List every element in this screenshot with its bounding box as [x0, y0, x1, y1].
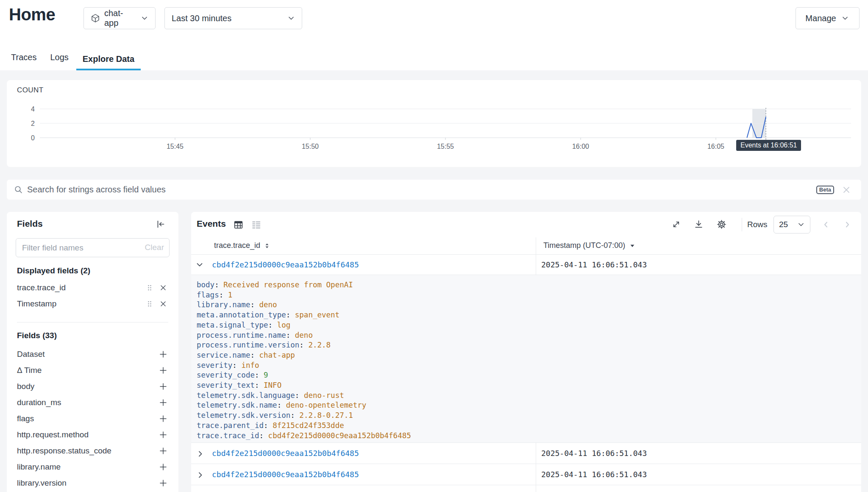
svg-text:4: 4	[31, 106, 35, 113]
add-field-icon[interactable]	[159, 463, 167, 471]
close-icon[interactable]	[842, 185, 851, 195]
detail-key: service.name	[197, 351, 250, 359]
add-field-icon[interactable]	[159, 350, 167, 359]
trace-id-link[interactable]: cbd4f2e215d0000c9eaa152b0b4f6485	[212, 449, 359, 458]
field-row: flags	[7, 411, 178, 427]
time-range-label: Last 30 minutes	[172, 14, 231, 23]
svg-text:2: 2	[31, 120, 35, 127]
detail-line: telemetry.sdk.name: deno-opentelemetry	[197, 400, 861, 411]
detail-key: process.runtime.version	[197, 341, 299, 349]
svg-text:15:45: 15:45	[167, 143, 184, 150]
chevron-down-icon	[841, 14, 849, 22]
trace-id-link[interactable]: cbd4f2e215d0000c9eaa152b0b4f6485	[212, 260, 359, 269]
detail-value: log	[277, 321, 291, 329]
detail-key: body	[197, 281, 214, 289]
detail-value: 9	[264, 371, 268, 379]
add-field-icon[interactable]	[159, 431, 167, 439]
detail-key: telemetry.sdk.name	[197, 401, 277, 409]
divider	[17, 322, 168, 322]
detail-key: telemetry.sdk.version	[197, 411, 290, 420]
rows-per-page-select[interactable]: 25	[773, 216, 810, 233]
package-icon	[91, 14, 100, 23]
svg-text:15:50: 15:50	[302, 143, 319, 150]
chevron-down-icon	[141, 14, 148, 22]
chart-plot[interactable]: 02415:4515:5015:5516:0016:05	[7, 80, 861, 167]
add-field-icon[interactable]	[159, 447, 167, 455]
column-header-timestamp[interactable]: Timestamp (UTC-07:00)	[543, 241, 635, 250]
detail-key: flags	[197, 291, 219, 299]
search-input[interactable]	[27, 185, 816, 195]
detail-value: span_event	[295, 311, 339, 319]
field-row: Dataset	[7, 346, 178, 362]
beta-badge: Beta	[816, 186, 834, 194]
timestamp-column-cell: Timestamp (UTC-07:00)	[536, 237, 861, 255]
remove-field-icon[interactable]	[159, 284, 167, 292]
detail-line: trace.trace_id: cbd4f2e215d0000c9eaa152b…	[197, 431, 861, 441]
next-page-icon[interactable]	[843, 220, 851, 229]
detail-key: severity	[197, 361, 232, 370]
detail-line: meta.annotation_type: span_event	[197, 310, 861, 320]
tab-logs[interactable]: Logs	[50, 53, 68, 70]
collapse-row-icon[interactable]	[195, 260, 204, 270]
service-selector[interactable]: chat-app	[83, 7, 156, 29]
drag-handle-icon[interactable]	[145, 300, 154, 308]
timestamp-cell	[536, 485, 861, 492]
field-name: Dataset	[17, 350, 45, 359]
gear-icon[interactable]	[717, 220, 726, 229]
detail-line: telemetry.sdk.version: 2.2.8-0.27.1	[197, 411, 861, 421]
expand-row-icon[interactable]	[196, 470, 205, 480]
table-row-expanded[interactable]: cbd4f2e215d0000c9eaa152b0b4f6485 2025-04…	[191, 255, 861, 275]
detail-key: trace.parent_id	[197, 421, 264, 430]
detail-value: 1	[228, 291, 233, 299]
collapse-panel-icon[interactable]	[156, 220, 165, 229]
detail-value: INFO	[264, 381, 281, 389]
detail-line: severity_code: 9	[197, 370, 861, 381]
tab-explore-data[interactable]: Explore Data	[76, 54, 141, 70]
download-icon[interactable]	[694, 220, 704, 229]
add-field-icon[interactable]	[159, 382, 167, 391]
field-row: duration_ms	[7, 395, 178, 411]
tab-traces[interactable]: Traces	[11, 53, 36, 70]
field-filter: Clear	[16, 238, 170, 257]
expand-row-icon[interactable]	[196, 449, 205, 459]
detail-value: 8f215cd24f353dde	[273, 421, 344, 430]
table-rows: cbd4f2e215d0000c9eaa152b0b4f6485 2025-04…	[191, 443, 861, 485]
add-field-icon[interactable]	[159, 479, 167, 487]
field-row: http.response.status_code	[7, 443, 178, 459]
list-view-icon[interactable]	[251, 220, 261, 230]
table-view-icon[interactable]	[234, 220, 243, 230]
field-name: Timestamp	[17, 299, 56, 309]
drag-handle-icon[interactable]	[145, 284, 154, 292]
manage-button[interactable]: Manage	[796, 7, 860, 29]
detail-line: process.runtime.version: 2.2.8	[197, 340, 861, 350]
clear-filter-button[interactable]: Clear	[145, 243, 164, 252]
divider	[742, 218, 742, 231]
prev-page-icon[interactable]	[822, 220, 830, 229]
field-name: body	[17, 382, 34, 391]
time-range-selector[interactable]: Last 30 minutes	[164, 7, 302, 29]
table-row[interactable]: cbd4f2e215d0000c9eaa152b0b4f6485 2025-04…	[191, 443, 861, 464]
add-field-icon[interactable]	[159, 398, 167, 407]
column-header-trace-id[interactable]: trace.trace_id	[214, 241, 270, 250]
timestamp-value: 2025-04-11 16:06:51.043	[541, 470, 647, 479]
displayed-field-row: Timestamp	[7, 296, 178, 312]
svg-text:15:55: 15:55	[437, 143, 454, 150]
detail-value: cbd4f2e215d0000c9eaa152b0b4f6485	[268, 431, 411, 440]
all-fields-list: Dataset Δ Time body duration_ms	[7, 346, 178, 491]
timestamp-cell: 2025-04-11 16:06:51.043	[536, 255, 861, 275]
detail-value: 2.2.8-0.27.1	[299, 411, 353, 420]
add-field-icon[interactable]	[159, 366, 167, 375]
detail-key: trace.trace_id	[197, 431, 259, 440]
expand-icon[interactable]	[671, 220, 681, 229]
detail-line: meta.signal_type: log	[197, 320, 861, 331]
search-bar: Beta	[7, 180, 861, 200]
detail-key: meta.annotation_type	[197, 311, 286, 319]
detail-value: chat-app	[259, 351, 295, 359]
trace-id-link[interactable]: cbd4f2e215d0000c9eaa152b0b4f6485	[212, 470, 359, 479]
table-row[interactable]: cbd4f2e215d0000c9eaa152b0b4f6485 2025-04…	[191, 464, 861, 485]
add-field-icon[interactable]	[159, 414, 167, 423]
field-name: library.name	[17, 462, 61, 472]
table-row-partial	[191, 485, 861, 492]
detail-line: library.name: deno	[197, 300, 861, 310]
remove-field-icon[interactable]	[159, 300, 167, 308]
